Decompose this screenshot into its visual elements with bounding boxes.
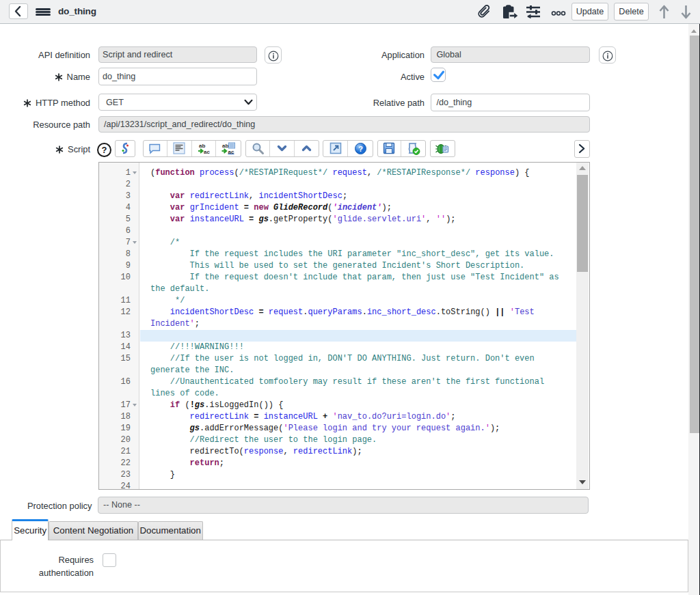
svg-text:ac: ac — [228, 149, 234, 155]
svg-text:ac: ac — [204, 149, 210, 155]
svg-text:ab: ab — [199, 143, 205, 149]
svg-text:ab: ab — [222, 143, 228, 149]
svg-text:?: ? — [358, 144, 363, 152]
